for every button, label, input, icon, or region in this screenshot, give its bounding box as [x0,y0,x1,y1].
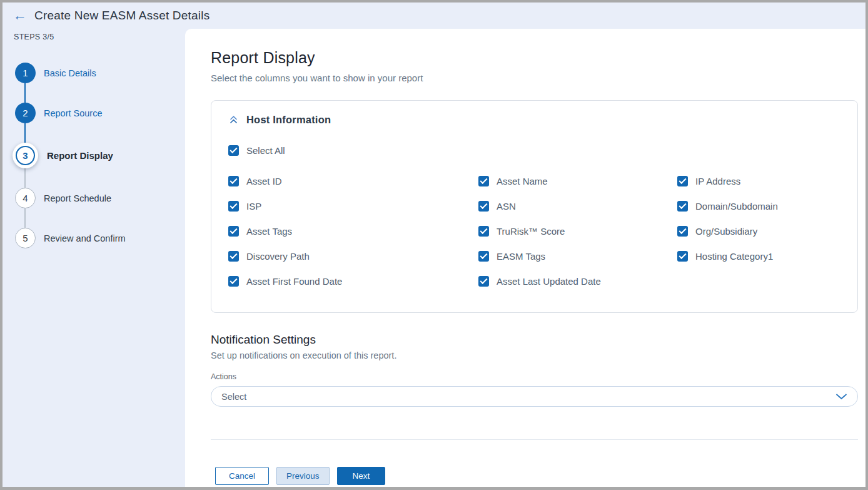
checkbox-item-asset-id: Asset ID [228,175,478,187]
cancel-button[interactable]: Cancel [215,467,269,485]
select-all-checkbox-item: Select All [228,145,840,156]
step-connector [24,208,26,228]
asset-name-checkbox[interactable] [478,176,489,186]
step-4-circle: 4 [15,188,36,208]
host-information-panel: Host Information Select All Asset ID [211,100,858,313]
step-2-label: Report Source [44,108,103,118]
step-3-circle: 3 [13,143,38,168]
host-information-title: Host Information [246,114,331,126]
wizard-header: ← Create New EASM Asset Details [3,3,865,29]
step-report-source[interactable]: 2 Report Source [14,103,185,123]
select-all-checkbox[interactable] [228,145,239,156]
notification-settings-subtitle: Set up notifications on execution of thi… [211,350,858,360]
select-all-label: Select All [246,145,285,156]
step-1-label: Basic Details [44,68,96,78]
actions-select-value: Select [221,392,835,402]
section-subtitle: Select the columns you want to show in y… [211,73,858,83]
hosting-category1-checkbox[interactable] [677,251,688,262]
checkbox-item-asset-last-updated-date: Asset Last Updated Date [478,275,677,287]
step-1-circle: 1 [15,63,36,83]
step-review-confirm[interactable]: 5 Review and Confirm [14,228,185,248]
ip-address-checkbox[interactable] [677,176,688,186]
create-easm-wizard-window: ← Create New EASM Asset Details STEPS 3/… [3,3,865,487]
steps-progress-label: STEPS 3/5 [14,33,185,41]
asset-last-updated-date-checkbox[interactable] [478,276,489,287]
step-connector [24,83,26,103]
domain-subdomain-checkbox[interactable] [677,201,688,212]
actions-field-label: Actions [211,372,858,381]
asset-first-found-date-checkbox[interactable] [228,276,239,287]
checkbox-item-ip-address: IP Address [677,175,778,187]
wizard-steps-sidebar: STEPS 3/5 1 Basic Details 2 Report Sourc… [3,29,185,487]
trurisk-score-checkbox[interactable] [478,226,489,237]
collapse-icon[interactable] [228,115,239,125]
step-report-schedule[interactable]: 4 Report Schedule [14,188,185,208]
previous-button[interactable]: Previous [276,467,330,485]
checkbox-item-asset-name: Asset Name [478,175,677,187]
asn-checkbox[interactable] [478,201,489,212]
checkbox-item-asn: ASN [478,200,677,212]
back-arrow-icon[interactable]: ← [13,9,27,23]
window-frame: ← Create New EASM Asset Details STEPS 3/… [0,0,868,490]
checkbox-item-discovery-path: Discovery Path [228,250,478,262]
checkbox-item-domain-subdomain: Domain/Subdomain [677,200,778,212]
step-connector [24,123,26,143]
page-title: Create New EASM Asset Details [34,9,209,23]
org-subsidiary-checkbox[interactable] [677,226,688,237]
step-3-label: Report Display [47,150,113,161]
section-title: Report Display [211,49,858,67]
step-4-label: Report Schedule [44,193,111,203]
discovery-path-checkbox[interactable] [228,251,239,262]
isp-checkbox[interactable] [228,201,239,212]
step-report-display[interactable]: 3 Report Display [14,143,185,168]
asset-id-checkbox[interactable] [228,176,239,186]
checkbox-item-asset-tags: Asset Tags [228,225,478,237]
step-5-label: Review and Confirm [44,233,126,243]
step-5-circle: 5 [15,228,36,248]
actions-select[interactable]: Select [211,386,858,407]
step-connector [24,168,26,188]
step-basic-details[interactable]: 1 Basic Details [14,63,185,83]
next-button[interactable]: Next [337,467,386,485]
wizard-footer: Cancel Previous Next [185,440,865,487]
notification-settings-title: Notification Settings [211,333,858,347]
main-content-panel: Report Display Select the columns you wa… [185,29,865,487]
step-2-circle: 2 [15,103,36,123]
checkbox-item-isp: ISP [228,200,478,212]
stepper: 1 Basic Details 2 Report Source 3 Report… [14,63,185,248]
easm-tags-checkbox[interactable] [478,251,489,262]
columns-checkbox-grid: Asset ID ISP Asset Tags [228,175,840,300]
checkbox-item-trurisk-score: TruRisk™ Score [478,225,677,237]
checkbox-item-easm-tags: EASM Tags [478,250,677,262]
checkbox-item-hosting-category1: Hosting Category1 [677,250,778,262]
checkbox-item-asset-first-found-date: Asset First Found Date [228,275,478,287]
checkbox-item-org-subsidiary: Org/Subsidiary [677,225,778,237]
asset-tags-checkbox[interactable] [228,226,239,237]
chevron-down-icon [835,393,847,400]
